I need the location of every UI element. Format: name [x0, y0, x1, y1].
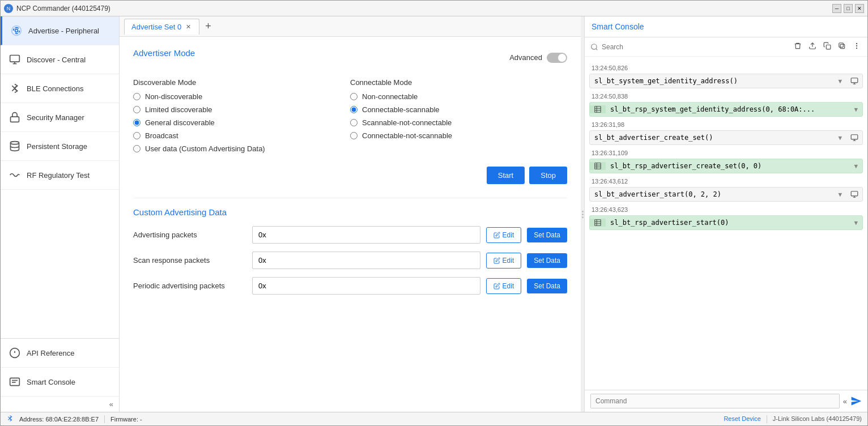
tab-add-btn[interactable]: + [202, 20, 215, 32]
radio-input-broadcast[interactable] [133, 132, 141, 139]
close-btn[interactable]: ✕ [855, 4, 864, 13]
send-icon [850, 395, 862, 407]
console-dropdown-1[interactable]: ▼ [838, 78, 842, 85]
discoverable-mode-radio-group: Non-discoverable Limited discoverable Ge… [133, 92, 350, 153]
console-copy1-btn[interactable] [822, 41, 832, 53]
radio-input-connectable-scannable[interactable] [350, 106, 358, 113]
discover-central-icon [8, 53, 21, 66]
console-dropdown-2[interactable]: ▼ [854, 106, 858, 113]
edit-icon [493, 232, 500, 238]
scan-response-packets-input[interactable] [252, 252, 480, 269]
console-export-btn[interactable] [807, 41, 818, 53]
console-entry-cmd-5: sl_bt_advertiser_start(0, 2, 2) ▼ [590, 188, 846, 201]
console-back-btn[interactable]: « [843, 397, 847, 406]
sidebar-item-rf-regulatory-test[interactable]: RF Regulatory Test [1, 161, 119, 190]
sidebar-item-ble-connections[interactable]: BLE Connections [1, 74, 119, 103]
console-entry-2: sl_bt_rsp_system_get_identity_address(0,… [589, 102, 863, 117]
radio-input-general-discoverable[interactable] [133, 119, 141, 126]
tab-advertise-set-0[interactable]: Advertise Set 0 ✕ [124, 19, 199, 35]
radio-non-connectable[interactable]: Non-connectable [350, 92, 567, 101]
console-send-btn[interactable] [850, 395, 862, 407]
status-address: Address: 68:0A:E2:28:8B:E7 [19, 416, 99, 423]
advertising-packets-input[interactable] [252, 226, 480, 244]
console-entry-4: sl_bt_rsp_advertiser_create_set(0, 0) ▼ [589, 159, 863, 173]
sidebar-item-api-reference[interactable]: API Reference [1, 339, 119, 368]
content-area: Advertise Set 0 ✕ + Advertiser Mode Adva… [120, 16, 581, 412]
console-panel-title: Smart Console [592, 22, 644, 31]
edit-icon-3 [493, 283, 500, 289]
smart-console-panel: Smart Console [584, 16, 867, 412]
console-clear-btn[interactable] [793, 41, 803, 53]
console-dropdown-6[interactable]: ▼ [854, 219, 858, 227]
console-search-input[interactable] [602, 43, 789, 51]
sidebar-item-advertise-peripheral[interactable]: Advertise - Peripheral [1, 16, 119, 45]
radio-input-user-data[interactable] [133, 145, 141, 152]
console-table-icon-6 [590, 219, 606, 227]
advanced-toggle-switch[interactable] [547, 53, 567, 63]
radio-input-limited-discoverable[interactable] [133, 106, 141, 113]
page-content: Advertiser Mode Advanced Discoverable Mo… [120, 37, 581, 412]
radio-input-scannable-not-connectable[interactable] [350, 119, 358, 126]
api-reference-icon [8, 347, 21, 359]
advertiser-mode-header: Advertiser Mode Advanced [133, 48, 567, 67]
radio-input-non-connectable[interactable] [350, 93, 358, 100]
periodic-advertising-packets-input[interactable] [252, 277, 480, 295]
radio-general-discoverable[interactable]: General discoverable [133, 118, 350, 127]
status-reset-device[interactable]: Reset Device [724, 415, 760, 423]
periodic-advertising-edit-btn[interactable]: Edit [486, 278, 522, 294]
radio-input-non-discoverable[interactable] [133, 93, 141, 100]
radio-user-data[interactable]: User data (Custom Advertising Data) [133, 144, 350, 153]
console-dropdown-5[interactable]: ▼ [838, 191, 842, 198]
sidebar-label-rf-regulatory-test: RF Regulatory Test [27, 171, 90, 180]
advertising-packets-row: Advertising packets Edit Set Data [133, 226, 567, 244]
radio-label-scannable-not-connectable: Scannable-not-connectable [362, 118, 452, 127]
svg-point-19 [856, 48, 857, 49]
console-monitor-3[interactable] [846, 134, 862, 142]
stop-button[interactable]: Stop [529, 167, 567, 184]
monitor-icon-1 [850, 77, 858, 85]
console-entry-5: sl_bt_advertiser_start(0, 2, 2) ▼ [589, 187, 863, 202]
sidebar-collapse-btn[interactable]: « [1, 397, 119, 412]
svg-rect-1 [10, 56, 20, 62]
radio-scannable-not-connectable[interactable]: Scannable-not-connectable [350, 118, 567, 127]
sidebar-item-persistent-storage[interactable]: Persistent Storage [1, 132, 119, 161]
console-entry-cmd-2: sl_bt_rsp_system_get_identity_address(0,… [606, 103, 862, 116]
svg-rect-20 [851, 78, 858, 83]
radio-limited-discoverable[interactable]: Limited discoverable [133, 105, 350, 114]
radio-label-connectable-scannable: Connectable-scannable [362, 105, 440, 114]
sidebar-item-discover-central[interactable]: Discover - Central [1, 45, 119, 74]
periodic-advertising-set-data-btn[interactable]: Set Data [527, 279, 567, 293]
console-more-btn[interactable] [852, 41, 862, 53]
scan-response-set-data-btn[interactable]: Set Data [527, 253, 567, 268]
advertising-packets-edit-btn[interactable]: Edit [486, 227, 522, 243]
console-monitor-1[interactable] [846, 77, 862, 85]
console-dropdown-4[interactable]: ▼ [854, 163, 858, 170]
sidebar-item-security-manager[interactable]: Security Manager [1, 103, 119, 132]
console-dropdown-3[interactable]: ▼ [838, 134, 842, 142]
title-bar: N NCP Commander (440125479) ─ □ ✕ [1, 1, 867, 16]
table-icon-4 [594, 162, 602, 170]
radio-input-connectable-not-scannable[interactable] [350, 132, 358, 139]
radio-broadcast[interactable]: Broadcast [133, 131, 350, 140]
svg-point-5 [11, 142, 19, 144]
radio-non-discoverable[interactable]: Non-discoverable [133, 92, 350, 101]
maximize-btn[interactable]: □ [844, 4, 853, 13]
minimize-btn[interactable]: ─ [832, 4, 841, 13]
tab-close-btn[interactable]: ✕ [185, 23, 192, 31]
status-jlink: J-Link Silicon Labs (440125479) [773, 415, 862, 423]
console-monitor-5[interactable] [846, 190, 862, 198]
table-icon-6 [594, 219, 602, 227]
console-search-bar [585, 37, 867, 57]
scan-response-edit-btn[interactable]: Edit [486, 253, 522, 269]
radio-connectable-not-scannable[interactable]: Connectable-not-scannable [350, 131, 567, 140]
title-bar-controls: ─ □ ✕ [832, 4, 864, 13]
console-copy2-btn[interactable] [837, 41, 847, 53]
svg-rect-24 [851, 135, 858, 139]
sidebar-item-smart-console[interactable]: Smart Console [1, 368, 119, 397]
advertising-packets-set-data-btn[interactable]: Set Data [527, 228, 567, 242]
console-entry-cmd-1: sl_bt_system_get_identity_address() ▼ [590, 74, 846, 88]
start-button[interactable]: Start [487, 167, 525, 184]
console-command-input[interactable] [590, 394, 840, 408]
radio-connectable-scannable[interactable]: Connectable-scannable [350, 105, 567, 114]
advanced-toggle[interactable]: Advanced [509, 53, 567, 63]
